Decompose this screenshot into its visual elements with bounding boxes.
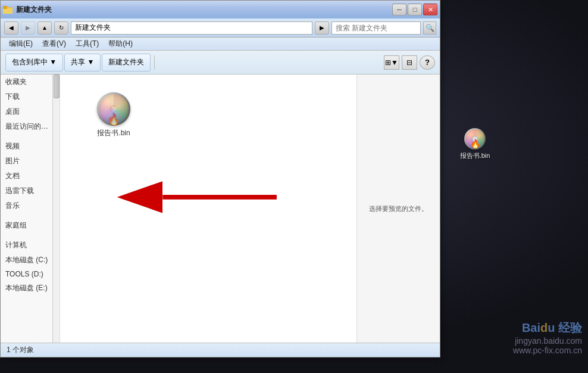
new-folder-button[interactable]: 新建文件夹	[102, 54, 151, 72]
desktop-file-icon[interactable]: 🔥 报告书.bin	[454, 128, 496, 160]
address-input[interactable]	[71, 21, 312, 35]
sidebar-item-pictures[interactable]: 图片	[1, 154, 60, 169]
sidebar-separator3	[1, 233, 60, 238]
menu-view[interactable]: 查看(V)	[37, 38, 71, 50]
up-button[interactable]: ▲	[37, 21, 52, 35]
search-button[interactable]: 🔍	[423, 21, 436, 35]
sidebar-item-homegroup[interactable]: 家庭组	[1, 218, 60, 233]
title-bar: 新建文件夹 ─ □ ✕	[1, 1, 440, 18]
sidebar-item-favorites[interactable]: 收藏夹	[1, 74, 60, 89]
preview-panel: 选择要预览的文件。	[356, 74, 440, 343]
main-content: 收藏夹 下载 桌面 最近访问的位置 视频 图片 文档 迅雷下载 音乐 家庭组 计…	[1, 74, 440, 343]
refresh-button[interactable]: ↻	[54, 21, 68, 35]
sidebar-scrollbar[interactable]	[52, 74, 60, 343]
sidebar-item-c-drive[interactable]: 本地磁盘 (C:)	[1, 253, 60, 268]
disc-fire-icon: 🔥	[97, 113, 130, 126]
status-text: 1 个对象	[7, 345, 34, 355]
folder-icon	[3, 5, 12, 14]
file-area: 🔥 报告书.bin	[60, 74, 356, 343]
address-bar: ◀ ▶ ▲ ↻ ▶ 🔍	[1, 18, 440, 38]
sidebar-item-computer[interactable]: 计算机	[1, 238, 60, 253]
desktop: 🔥 报告书.bin Baidu 经验 jingyan.baidu.com www…	[0, 0, 588, 373]
status-bar: 1 个对象	[1, 343, 440, 357]
explorer-file-name: 报告书.bin	[97, 128, 130, 138]
sidebar-item-xunlei[interactable]: 迅雷下载	[1, 184, 60, 198]
menu-bar: 编辑(E) 查看(V) 工具(T) 帮助(H)	[1, 38, 440, 51]
forward-button[interactable]: ▶	[21, 21, 35, 35]
toolbar-right: ⊞▼ ⊟ ?	[384, 55, 435, 70]
sidebar-separator1	[1, 134, 60, 139]
preview-text: 选择要预览的文件。	[369, 204, 428, 213]
toolbar-separator	[154, 55, 155, 70]
sidebar-separator2	[1, 213, 60, 218]
svg-rect-1	[3, 8, 12, 14]
maximize-button[interactable]: □	[408, 4, 422, 15]
view-toggle-button[interactable]: ⊞▼	[384, 55, 399, 70]
search-input[interactable]	[331, 21, 421, 35]
svg-rect-2	[3, 6, 7, 9]
sidebar-item-videos[interactable]: 视频	[1, 139, 60, 154]
menu-tools[interactable]: 工具(T)	[71, 38, 104, 50]
sidebar-item-recent[interactable]: 最近访问的位置	[1, 119, 60, 134]
minimize-button[interactable]: ─	[392, 4, 406, 15]
toolbar: 包含到库中 ▼ 共享 ▼ 新建文件夹 ⊞▼ ⊟ ?	[1, 51, 440, 74]
preview-pane-button[interactable]: ⊟	[402, 55, 417, 70]
sidebar-item-documents[interactable]: 文档	[1, 169, 60, 184]
baidu-watermark: Baidu 经验 jingyan.baidu.com www.pc-fix.co…	[513, 320, 582, 355]
close-button[interactable]: ✕	[423, 4, 437, 15]
sidebar-item-desktop[interactable]: 桌面	[1, 104, 60, 119]
desktop-file-label: 报告书.bin	[460, 151, 490, 160]
explorer-file[interactable]: 🔥 报告书.bin	[90, 92, 137, 138]
share-button[interactable]: 共享 ▼	[64, 54, 101, 72]
watermark-url2: www.pc-fix.com.cn	[513, 346, 582, 355]
sidebar-item-downloads[interactable]: 下载	[1, 89, 60, 104]
menu-help[interactable]: 帮助(H)	[104, 38, 137, 50]
disc-icon: 🔥	[97, 92, 130, 126]
title-text: 新建文件夹	[16, 5, 392, 15]
sidebar-scroll-thumb[interactable]	[54, 74, 60, 98]
explorer-window: 新建文件夹 ─ □ ✕ ◀ ▶ ▲ ↻ ▶ 🔍 编辑(E) 查看(V) 工具(T…	[0, 0, 440, 358]
baidu-logo: Baidu 经验	[513, 320, 582, 336]
sidebar-item-music[interactable]: 音乐	[1, 198, 60, 213]
go-button[interactable]: ▶	[315, 21, 329, 35]
sidebar: 收藏夹 下载 桌面 最近访问的位置 视频 图片 文档 迅雷下载 音乐 家庭组 计…	[1, 74, 60, 343]
desktop-disc-icon: 🔥	[464, 128, 486, 150]
menu-edit[interactable]: 编辑(E)	[4, 38, 37, 50]
include-library-button[interactable]: 包含到库中 ▼	[5, 54, 63, 72]
fire-icon: 🔥	[470, 139, 480, 148]
sidebar-item-e-drive[interactable]: 本地磁盘 (E:)	[1, 281, 60, 296]
help-button[interactable]: ?	[420, 55, 435, 70]
sidebar-item-d-drive[interactable]: TOOLS (D:)	[1, 268, 60, 281]
title-buttons: ─ □ ✕	[392, 4, 437, 15]
back-button[interactable]: ◀	[4, 21, 18, 35]
watermark-url1: jingyan.baidu.com	[513, 336, 582, 346]
